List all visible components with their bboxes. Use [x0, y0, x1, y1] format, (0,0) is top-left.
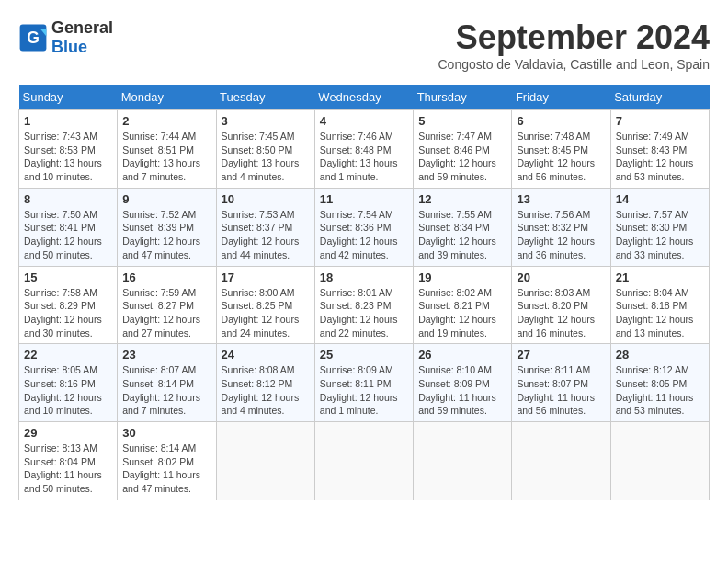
calendar-cell: 13Sunrise: 7:56 AMSunset: 8:32 PMDayligh…: [512, 188, 610, 266]
calendar-cell: [216, 422, 314, 500]
day-detail: Sunrise: 8:00 AMSunset: 8:25 PMDaylight:…: [222, 286, 310, 340]
day-detail: Sunrise: 8:01 AMSunset: 8:23 PMDaylight:…: [320, 286, 408, 340]
day-detail: Sunrise: 7:57 AMSunset: 8:30 PMDaylight:…: [616, 208, 704, 262]
day-detail: Sunrise: 8:13 AMSunset: 8:04 PMDaylight:…: [24, 442, 112, 496]
calendar-cell: 7Sunrise: 7:49 AMSunset: 8:43 PMDaylight…: [610, 110, 709, 189]
weekday-header-friday: Friday: [512, 85, 610, 110]
logo-icon: G: [18, 23, 48, 52]
day-number: 5: [418, 114, 506, 128]
calendar-cell: 24Sunrise: 8:08 AMSunset: 8:12 PMDayligh…: [216, 344, 314, 422]
day-detail: Sunrise: 7:50 AMSunset: 8:41 PMDaylight:…: [24, 208, 112, 262]
calendar-cell: 5Sunrise: 7:47 AMSunset: 8:46 PMDaylight…: [414, 110, 512, 189]
day-number: 29: [24, 426, 112, 440]
day-number: 7: [616, 114, 704, 128]
calendar-cell: 15Sunrise: 7:58 AMSunset: 8:29 PMDayligh…: [19, 266, 118, 344]
day-detail: Sunrise: 7:43 AMSunset: 8:53 PMDaylight:…: [24, 130, 112, 184]
calendar-cell: 9Sunrise: 7:52 AMSunset: 8:39 PMDaylight…: [118, 188, 216, 266]
day-detail: Sunrise: 8:07 AMSunset: 8:14 PMDaylight:…: [122, 363, 210, 418]
day-detail: Sunrise: 7:56 AMSunset: 8:32 PMDaylight:…: [517, 208, 605, 262]
calendar-cell: 19Sunrise: 8:02 AMSunset: 8:21 PMDayligh…: [414, 266, 512, 344]
calendar-cell: 22Sunrise: 8:05 AMSunset: 8:16 PMDayligh…: [19, 344, 118, 422]
weekday-header-thursday: Thursday: [414, 85, 512, 110]
day-number: 18: [320, 270, 408, 284]
calendar-cell: 1Sunrise: 7:43 AMSunset: 8:53 PMDaylight…: [19, 110, 118, 189]
day-number: 15: [24, 270, 112, 284]
day-detail: Sunrise: 7:53 AMSunset: 8:37 PMDaylight:…: [222, 208, 310, 262]
weekday-header-sunday: Sunday: [19, 85, 118, 110]
logo-text-blue: Blue: [51, 38, 87, 56]
calendar-cell: 14Sunrise: 7:57 AMSunset: 8:30 PMDayligh…: [610, 188, 709, 266]
day-number: 3: [222, 114, 310, 128]
day-detail: Sunrise: 7:59 AMSunset: 8:27 PMDaylight:…: [122, 286, 210, 340]
day-detail: Sunrise: 7:46 AMSunset: 8:48 PMDaylight:…: [320, 130, 408, 184]
calendar-cell: 11Sunrise: 7:54 AMSunset: 8:36 PMDayligh…: [314, 188, 413, 266]
day-detail: Sunrise: 7:55 AMSunset: 8:34 PMDaylight:…: [418, 208, 506, 262]
day-number: 22: [24, 348, 112, 362]
logo-text-general: General: [51, 18, 113, 37]
day-detail: Sunrise: 8:14 AMSunset: 8:02 PMDaylight:…: [122, 442, 210, 496]
day-number: 17: [222, 270, 310, 284]
weekday-header-saturday: Saturday: [610, 85, 709, 110]
calendar-cell: 20Sunrise: 8:03 AMSunset: 8:20 PMDayligh…: [512, 266, 610, 344]
calendar-cell: 23Sunrise: 8:07 AMSunset: 8:14 PMDayligh…: [118, 344, 216, 422]
day-number: 21: [616, 270, 704, 284]
calendar-cell: 12Sunrise: 7:55 AMSunset: 8:34 PMDayligh…: [414, 188, 512, 266]
weekday-header-wednesday: Wednesday: [314, 85, 413, 110]
calendar-cell: 26Sunrise: 8:10 AMSunset: 8:09 PMDayligh…: [414, 344, 512, 422]
calendar-cell: 2Sunrise: 7:44 AMSunset: 8:51 PMDaylight…: [118, 110, 216, 189]
calendar-cell: [314, 422, 413, 500]
day-number: 25: [320, 348, 408, 362]
day-detail: Sunrise: 8:09 AMSunset: 8:11 PMDaylight:…: [320, 363, 408, 418]
day-detail: Sunrise: 7:45 AMSunset: 8:50 PMDaylight:…: [222, 130, 310, 184]
day-number: 19: [418, 270, 506, 284]
day-detail: Sunrise: 7:49 AMSunset: 8:43 PMDaylight:…: [616, 130, 704, 184]
weekday-header-monday: Monday: [118, 85, 216, 110]
day-number: 1: [24, 114, 112, 128]
day-detail: Sunrise: 7:54 AMSunset: 8:36 PMDaylight:…: [320, 208, 408, 262]
calendar: SundayMondayTuesdayWednesdayThursdayFrid…: [18, 85, 710, 500]
calendar-cell: 6Sunrise: 7:48 AMSunset: 8:45 PMDaylight…: [512, 110, 610, 189]
day-number: 10: [222, 192, 310, 206]
day-detail: Sunrise: 8:10 AMSunset: 8:09 PMDaylight:…: [418, 363, 506, 418]
calendar-cell: 4Sunrise: 7:46 AMSunset: 8:48 PMDaylight…: [314, 110, 413, 189]
subtitle: Congosto de Valdavia, Castille and Leon,…: [438, 57, 711, 72]
calendar-cell: 16Sunrise: 7:59 AMSunset: 8:27 PMDayligh…: [118, 266, 216, 344]
day-detail: Sunrise: 8:12 AMSunset: 8:05 PMDaylight:…: [616, 363, 704, 418]
day-detail: Sunrise: 8:04 AMSunset: 8:18 PMDaylight:…: [616, 286, 704, 340]
calendar-cell: 21Sunrise: 8:04 AMSunset: 8:18 PMDayligh…: [610, 266, 709, 344]
day-detail: Sunrise: 7:48 AMSunset: 8:45 PMDaylight:…: [517, 130, 605, 184]
day-number: 9: [122, 192, 210, 206]
day-number: 13: [517, 192, 605, 206]
day-number: 12: [418, 192, 506, 206]
day-number: 30: [122, 426, 210, 440]
day-number: 8: [24, 192, 112, 206]
calendar-cell: [512, 422, 610, 500]
day-detail: Sunrise: 8:11 AMSunset: 8:07 PMDaylight:…: [517, 363, 605, 418]
day-number: 23: [122, 348, 210, 362]
day-detail: Sunrise: 7:44 AMSunset: 8:51 PMDaylight:…: [122, 130, 210, 184]
calendar-cell: [610, 422, 709, 500]
day-number: 28: [616, 348, 704, 362]
calendar-cell: 10Sunrise: 7:53 AMSunset: 8:37 PMDayligh…: [216, 188, 314, 266]
day-detail: Sunrise: 8:05 AMSunset: 8:16 PMDaylight:…: [24, 363, 112, 418]
logo: G General Blue: [18, 18, 113, 57]
day-number: 16: [122, 270, 210, 284]
day-number: 14: [616, 192, 704, 206]
calendar-cell: 27Sunrise: 8:11 AMSunset: 8:07 PMDayligh…: [512, 344, 610, 422]
day-detail: Sunrise: 8:03 AMSunset: 8:20 PMDaylight:…: [517, 286, 605, 340]
svg-text:G: G: [27, 29, 40, 47]
calendar-cell: 18Sunrise: 8:01 AMSunset: 8:23 PMDayligh…: [314, 266, 413, 344]
calendar-cell: 3Sunrise: 7:45 AMSunset: 8:50 PMDaylight…: [216, 110, 314, 189]
day-number: 4: [320, 114, 408, 128]
calendar-cell: 17Sunrise: 8:00 AMSunset: 8:25 PMDayligh…: [216, 266, 314, 344]
day-detail: Sunrise: 7:58 AMSunset: 8:29 PMDaylight:…: [24, 286, 112, 340]
day-detail: Sunrise: 8:02 AMSunset: 8:21 PMDaylight:…: [418, 286, 506, 340]
day-number: 20: [517, 270, 605, 284]
day-number: 27: [517, 348, 605, 362]
day-number: 11: [320, 192, 408, 206]
weekday-header-tuesday: Tuesday: [216, 85, 314, 110]
day-detail: Sunrise: 7:47 AMSunset: 8:46 PMDaylight:…: [418, 130, 506, 184]
calendar-cell: 30Sunrise: 8:14 AMSunset: 8:02 PMDayligh…: [118, 422, 216, 500]
day-number: 26: [418, 348, 506, 362]
calendar-cell: [414, 422, 512, 500]
